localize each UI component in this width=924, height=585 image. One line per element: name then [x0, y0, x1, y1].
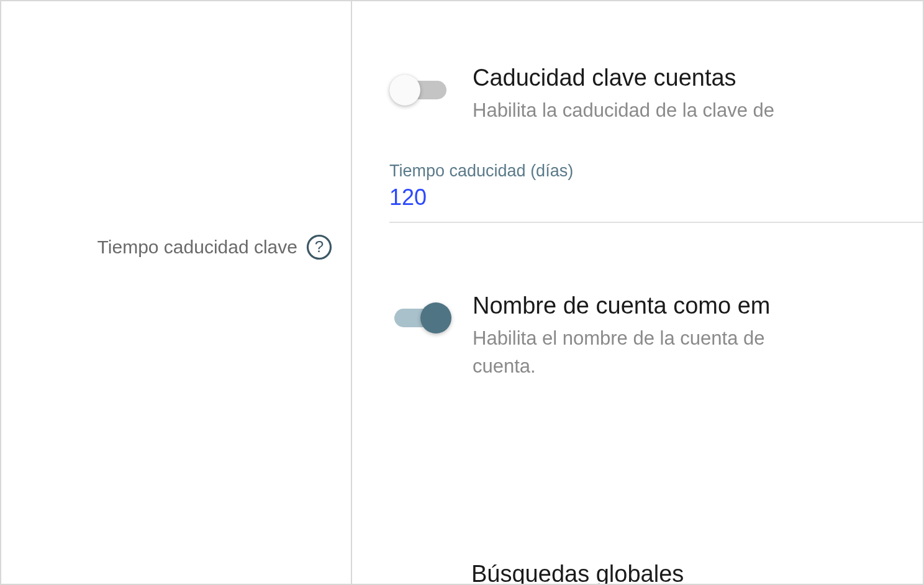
- left-panel: Tiempo caducidad clave ?: [1, 1, 352, 584]
- expiry-time-label: Tiempo caducidad (días): [389, 161, 923, 181]
- account-name-email-title: Nombre de cuenta como em: [473, 291, 923, 321]
- password-expiry-title: Caducidad clave cuentas: [473, 63, 923, 93]
- right-panel: Caducidad clave cuentas Habilita la cadu…: [352, 1, 923, 584]
- left-label-row: Tiempo caducidad clave ?: [1, 234, 332, 260]
- password-expiry-description: Habilita la caducidad de la clave de: [473, 97, 923, 125]
- account-name-email-setting: Nombre de cuenta como em Habilita el nom…: [389, 291, 923, 380]
- password-expiry-label: Tiempo caducidad clave: [97, 237, 297, 258]
- global-searches-title: Búsquedas globales: [471, 561, 684, 584]
- expiry-time-input[interactable]: [389, 184, 923, 211]
- account-name-email-description: Habilita el nombre de la cuenta de cuent…: [473, 325, 923, 381]
- expiry-time-field: Tiempo caducidad (días): [389, 161, 923, 223]
- password-expiry-toggle[interactable]: [389, 75, 451, 106]
- svg-text:?: ?: [315, 237, 324, 256]
- help-icon[interactable]: ?: [306, 234, 332, 260]
- account-name-email-toggle[interactable]: [389, 302, 451, 333]
- password-expiry-setting: Caducidad clave cuentas Habilita la cadu…: [389, 63, 923, 124]
